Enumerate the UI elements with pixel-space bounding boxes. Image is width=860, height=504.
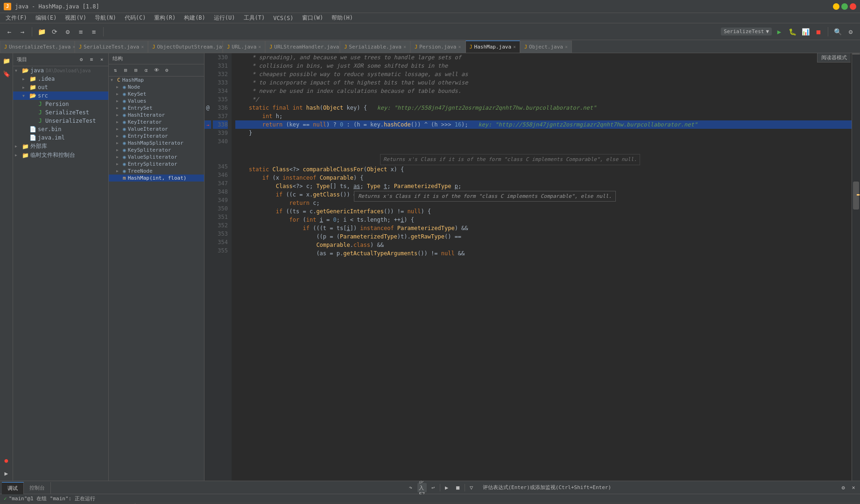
run-config-dropdown[interactable]: SerializeTest ▼	[721, 28, 772, 35]
tab-object[interactable]: J Object.java ×	[520, 41, 572, 53]
tree-item-java[interactable]: ▼ 📂 java DA\Download\java	[13, 66, 108, 75]
tab-unserializetest[interactable]: J UnserializeTest.java ×	[0, 41, 75, 53]
tab-close-icon[interactable]: ×	[565, 44, 568, 49]
resume-button[interactable]: ▶	[442, 483, 451, 492]
tree-item-unserializetest[interactable]: J UnserializeTest	[13, 117, 108, 125]
code-content[interactable]: * spreading), and because we use trees t…	[232, 53, 860, 481]
tab-close-icon[interactable]: ×	[258, 44, 261, 49]
menu-run[interactable]: 运行(U)	[210, 13, 239, 23]
stop-debug-button[interactable]: ■	[453, 483, 463, 492]
struct-item-values[interactable]: ▶ ◉ Values	[109, 98, 204, 105]
struct-arrow: ▶	[116, 113, 123, 117]
struct-item-keyspliterator[interactable]: ▶ ◉ KeySpliterator	[109, 147, 204, 154]
step-over-button[interactable]: ↷	[406, 483, 416, 492]
struct-item-entryset[interactable]: ▶ ◉ EntrySet	[109, 105, 204, 112]
close-button[interactable]: ×	[850, 3, 856, 10]
search-button[interactable]: 🔍	[832, 26, 843, 37]
struct-settings-icon[interactable]: ⚙	[162, 66, 171, 75]
scrollbar-track[interactable]	[852, 53, 860, 481]
struct-item-hashmapspliterator[interactable]: ▶ ◉ HashMapSpliterator	[109, 140, 204, 147]
struct-item-entryiterator[interactable]: ▶ ◉ EntryIterator	[109, 133, 204, 140]
stop-button[interactable]: ■	[813, 26, 824, 37]
sync-icon[interactable]: ⟳	[49, 26, 60, 37]
menu-view[interactable]: 视图(V)	[61, 13, 90, 23]
bookmark-icon[interactable]: 🔖	[1, 68, 12, 79]
debug-close-icon[interactable]: ×	[849, 483, 858, 492]
struct-item-hashmap-constructor[interactable]: m HashMap(int, float)	[109, 175, 204, 182]
alphabetical-icon[interactable]: α	[141, 66, 151, 75]
tab-serializetest[interactable]: J SerializeTest.java ×	[75, 41, 148, 53]
menu-refactor[interactable]: 重构(R)	[150, 13, 179, 23]
menu-build[interactable]: 构建(B)	[180, 13, 209, 23]
tree-item-src[interactable]: ▼ 📂 src	[13, 91, 108, 100]
struct-item-entryspliterator[interactable]: ▶ ◉ EntrySpliterator	[109, 161, 204, 168]
debug-tab-console[interactable]: 控制台	[24, 482, 51, 494]
struct-item-valueiterator[interactable]: ▶ ◉ ValueIterator	[109, 126, 204, 133]
menu-vcs[interactable]: VCS(S)	[269, 14, 297, 22]
project-panel-icon[interactable]: 📁	[1, 55, 12, 66]
step-into-button[interactable]: 步入 F7	[417, 483, 427, 492]
struct-item-keyiterator[interactable]: ▶ ◉ KeyIterator	[109, 119, 204, 126]
struct-item-treenode[interactable]: ▶ ◉ TreeNode	[109, 168, 204, 175]
struct-item-node[interactable]: ▶ ◉ Node	[109, 84, 204, 91]
tab-close-icon[interactable]: ×	[458, 44, 461, 49]
sidebar-close-icon[interactable]: ×	[97, 55, 106, 64]
tab-objectoutputstream[interactable]: J ObjectOutputStream.java ×	[148, 41, 223, 53]
debug-icon-left[interactable]: ●	[1, 455, 12, 466]
tab-close-icon[interactable]: ×	[141, 44, 144, 49]
sidebar-expand-icon[interactable]: ≡	[87, 55, 96, 64]
struct-item-keyset[interactable]: ▶ ◉ KeySet	[109, 91, 204, 98]
debug-tab-debug[interactable]: 调试	[2, 482, 24, 494]
menu-edit[interactable]: 编辑(E)	[32, 13, 61, 23]
settings-icon[interactable]: ⚙	[62, 26, 73, 37]
tree-item-out[interactable]: ▶ 📁 out	[13, 83, 108, 91]
visibility-icon[interactable]: 👁	[152, 66, 161, 75]
debug-button[interactable]: 🐛	[787, 26, 798, 37]
tree-item-iml[interactable]: 📄 java.iml	[13, 133, 108, 142]
reader-mode-button[interactable]: 阅读器模式	[817, 53, 851, 63]
tab-close-icon[interactable]: ×	[513, 44, 516, 49]
back-button[interactable]: ←	[4, 26, 15, 37]
menu-help[interactable]: 帮助(H)	[328, 13, 357, 23]
struct-item-hashmap[interactable]: ▼ C HashMap	[109, 77, 204, 84]
expand-icon[interactable]: ⊞	[131, 66, 141, 75]
tab-close-icon[interactable]: ×	[403, 44, 406, 49]
tab-serializable[interactable]: J Serializable.java ×	[340, 41, 410, 53]
sort-icon[interactable]: ⇅	[111, 66, 120, 75]
forward-button[interactable]: →	[17, 26, 28, 37]
menu-navigate[interactable]: 导航(N)	[91, 13, 120, 23]
minimize-button[interactable]: −	[833, 3, 839, 10]
maximize-button[interactable]: □	[841, 3, 848, 10]
tree-item-idea[interactable]: ▶ 📁 .idea	[13, 75, 108, 83]
coverage-button[interactable]: 📊	[800, 26, 811, 37]
tree-item-persion[interactable]: J Persion	[13, 100, 108, 108]
tab-persion[interactable]: J Persion.java ×	[410, 41, 465, 53]
collapse-icon[interactable]: ≡	[88, 26, 99, 37]
debug-settings-icon[interactable]: ⚙	[839, 483, 848, 492]
menu-code[interactable]: 代码(C)	[121, 13, 150, 23]
run-button[interactable]: ▶	[774, 26, 785, 37]
tab-label: UnserializeTest.java	[9, 44, 70, 50]
step-out-button[interactable]: ↩	[429, 483, 438, 492]
menu-file[interactable]: 文件(F)	[2, 13, 31, 23]
sidebar-gear-icon[interactable]: ⚙	[77, 55, 86, 64]
menu-window[interactable]: 窗口(W)	[298, 13, 327, 23]
editor-scrollbar[interactable]	[852, 53, 860, 481]
settings-gear-icon[interactable]: ⚙	[845, 26, 856, 37]
expand-all-icon[interactable]: ≡	[75, 26, 86, 37]
tab-url[interactable]: J URL.java ×	[223, 41, 265, 53]
filter-icon[interactable]: ⊞	[121, 66, 130, 75]
tree-item-serbin[interactable]: 📄 ser.bin	[13, 125, 108, 133]
tree-item-libs[interactable]: ▶ 📁 外部库	[13, 142, 108, 151]
run-icon-left[interactable]: ▶	[1, 468, 12, 479]
tree-item-serializetest[interactable]: J SerializeTest	[13, 108, 108, 117]
tab-urlstreamhandler[interactable]: J URLStreamHandler.java ×	[265, 41, 340, 53]
eval-bar[interactable]: 评估表达式(Enter)或添加监视(Ctrl+Shift+Enter)	[479, 484, 838, 491]
hint-tooltip: Returns x's Class if it is of the form "…	[354, 191, 616, 202]
filter-button[interactable]: ▽	[467, 483, 476, 492]
tree-item-scratch[interactable]: ▶ 📁 临时文件和控制台	[13, 151, 108, 160]
tab-hashmap[interactable]: J HashMap.java ×	[465, 41, 521, 53]
struct-item-hashiterator[interactable]: ▶ ◉ HashIterator	[109, 112, 204, 119]
menu-tools[interactable]: 工具(T)	[240, 13, 269, 23]
struct-item-valuespliterator[interactable]: ▶ ◉ ValueSpliterator	[109, 154, 204, 161]
